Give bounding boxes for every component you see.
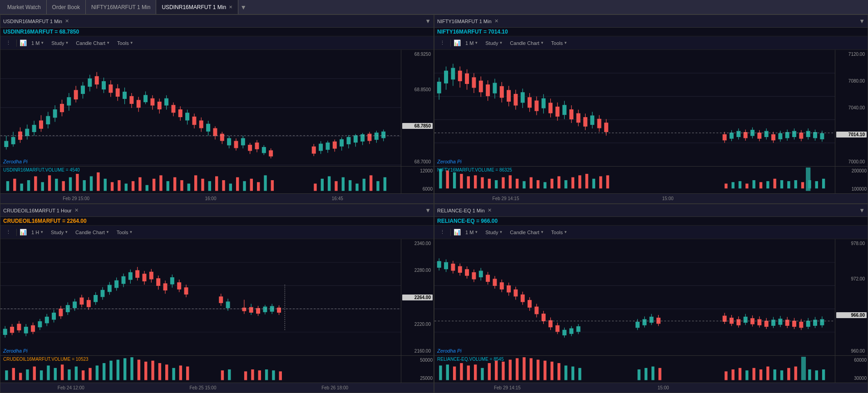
tab-overflow[interactable]: ▼ xyxy=(240,4,247,11)
svg-rect-91 xyxy=(340,139,344,146)
svg-rect-259 xyxy=(572,177,574,189)
svg-rect-275 xyxy=(794,180,797,188)
panel-top-right: NIFTY16MARFUT 1 Min ✕ ▼ NIFTY16MARFUT = … xyxy=(434,15,868,204)
tab-market-watch[interactable]: Market Watch xyxy=(2,0,47,14)
tab-order-book[interactable]: Order Book xyxy=(47,0,86,14)
svg-rect-125 xyxy=(146,185,148,191)
svg-rect-354 xyxy=(277,308,281,312)
svg-rect-312 xyxy=(94,295,98,302)
panel-top-right-toolbar: ⋮ 📊 1 M ▼ Study ▼ Candle Chart ▼ Tools ▼ xyxy=(434,36,868,50)
panel-bottom-right-overflow[interactable]: ▼ xyxy=(859,207,865,214)
toolbar-settings-btn-bl[interactable]: ⋮ xyxy=(3,228,14,236)
panel-top-left-title: USDINR16MARFUT 1 Min xyxy=(3,19,62,24)
svg-rect-116 xyxy=(83,180,86,191)
panel-top-right-close[interactable]: ✕ xyxy=(494,18,498,24)
panel-bottom-left-volume: CRUDEOIL16MARFUT.VOLUME = 10523 xyxy=(0,355,434,383)
svg-rect-253 xyxy=(530,177,533,189)
panel-bottom-right-canvas[interactable]: Zerodha Pi xyxy=(434,239,835,355)
panel-top-left-overflow[interactable]: ▼ xyxy=(425,18,431,25)
candle-chart-btn-tl[interactable]: Candle Chart ▼ xyxy=(73,39,113,47)
study-btn-br[interactable]: Study ▼ xyxy=(483,229,505,236)
panel-bottom-left-overflow[interactable]: ▼ xyxy=(425,207,431,214)
toolbar-settings-btn-br[interactable]: ⋮ xyxy=(437,228,448,236)
study-btn-tl[interactable]: Study ▼ xyxy=(49,39,71,47)
candle-chart-btn-tr[interactable]: Candle Chart ▼ xyxy=(507,39,547,47)
tools-btn-bl[interactable]: Tools ▼ xyxy=(114,229,136,236)
tools-btn-tl[interactable]: Tools ▼ xyxy=(114,39,136,47)
svg-rect-463 xyxy=(779,319,782,324)
svg-rect-480 xyxy=(460,363,463,380)
svg-rect-365 xyxy=(61,364,64,380)
svg-rect-265 xyxy=(725,184,727,189)
timeframe-btn-bl[interactable]: 1 H ▼ xyxy=(29,229,46,236)
panel-bottom-left-canvas[interactable]: Zerodha Pi xyxy=(0,239,401,355)
svg-rect-445 xyxy=(657,318,661,324)
candle-chart-btn-br[interactable]: Candle Chart ▼ xyxy=(507,229,547,236)
tools-btn-tr[interactable]: Tools ▼ xyxy=(548,39,570,47)
svg-rect-222 xyxy=(764,131,768,137)
toolbar-settings-btn-tr[interactable]: ⋮ xyxy=(437,39,448,47)
svg-rect-492 xyxy=(543,361,546,380)
svg-rect-278 xyxy=(815,181,818,188)
svg-rect-510 xyxy=(780,370,783,380)
svg-rect-348 xyxy=(256,308,260,313)
panel-bottom-right-svg xyxy=(434,239,835,355)
svg-rect-296 xyxy=(38,321,42,327)
svg-rect-373 xyxy=(117,360,119,380)
panel-top-right-body: Zerodha Pi 7120.00 7080.00 7040.00 7014.… xyxy=(434,50,868,166)
panel-top-left-vol-label: USDINR16MARFUT.VOLUME = 4540 xyxy=(3,167,80,172)
svg-rect-375 xyxy=(130,357,133,380)
tab-close-usdinr[interactable]: ✕ xyxy=(229,5,232,10)
svg-rect-154 xyxy=(384,177,386,191)
svg-rect-389 xyxy=(265,369,268,380)
svg-rect-63 xyxy=(207,124,210,131)
svg-rect-79 xyxy=(262,147,266,153)
timeframe-btn-br[interactable]: 1 M ▼ xyxy=(463,229,481,236)
svg-rect-380 xyxy=(165,364,168,380)
svg-rect-249 xyxy=(502,177,504,189)
svg-rect-322 xyxy=(128,272,132,280)
svg-rect-437 xyxy=(577,327,580,332)
study-btn-bl[interactable]: Study ▼ xyxy=(48,229,71,236)
svg-rect-254 xyxy=(537,180,539,188)
panel-top-right-overflow[interactable]: ▼ xyxy=(859,18,865,25)
svg-rect-138 xyxy=(236,177,239,191)
chart-icon: 📊 xyxy=(20,39,27,46)
settings-icon-bl: ⋮ xyxy=(6,229,11,235)
svg-rect-292 xyxy=(24,327,28,333)
charts-grid: USDINR16MARFUT 1 Min ✕ ▼ USDINR16MARFUT … xyxy=(0,15,868,393)
svg-rect-164 xyxy=(451,68,455,79)
svg-rect-69 xyxy=(227,138,231,145)
svg-rect-455 xyxy=(751,319,755,324)
timeframe-btn[interactable]: 1 M ▼ xyxy=(29,39,47,47)
svg-rect-512 xyxy=(794,367,797,380)
panel-bottom-right-xaxis: Feb 29 14:15 15:00 . xyxy=(434,383,868,393)
svg-rect-324 xyxy=(136,270,139,278)
study-btn-tr[interactable]: Study ▼ xyxy=(483,39,505,47)
svg-rect-369 xyxy=(89,368,91,380)
toolbar-settings-btn[interactable]: ⋮ xyxy=(3,39,14,47)
tab-usdinr[interactable]: USDINR16MARFUT 1 Min ✕ xyxy=(156,0,238,14)
svg-rect-206 xyxy=(597,119,601,128)
svg-rect-427 xyxy=(542,314,545,321)
timeframe-btn-tr[interactable]: 1 M ▼ xyxy=(463,39,481,47)
svg-rect-478 xyxy=(446,364,449,380)
panel-top-right-canvas[interactable]: Zerodha Pi xyxy=(434,50,835,166)
panel-bottom-right-close[interactable]: ✕ xyxy=(488,207,492,213)
svg-rect-57 xyxy=(186,113,189,120)
svg-rect-188 xyxy=(535,101,538,111)
svg-rect-148 xyxy=(342,177,345,191)
svg-rect-479 xyxy=(453,367,456,380)
tools-btn-br[interactable]: Tools ▼ xyxy=(548,229,570,236)
panel-top-left-canvas[interactable]: Zerodha Pi xyxy=(0,50,401,166)
svg-rect-387 xyxy=(251,369,254,380)
panel-top-left-close[interactable]: ✕ xyxy=(65,18,69,24)
panel-top-left-vol-canvas: USDINR16MARFUT.VOLUME = 4540 xyxy=(0,167,401,193)
panel-top-right-yaxis: 7120.00 7080.00 7040.00 7014.10 7000.00 xyxy=(835,50,868,166)
panel-bottom-left-close[interactable]: ✕ xyxy=(74,207,79,213)
svg-rect-45 xyxy=(144,95,148,102)
candle-chart-btn-bl[interactable]: Candle Chart ▼ xyxy=(73,229,112,236)
svg-rect-99 xyxy=(368,134,371,141)
svg-rect-381 xyxy=(172,368,175,380)
tab-nifty[interactable]: NIFTY16MARFUT 1 Min xyxy=(86,0,156,14)
